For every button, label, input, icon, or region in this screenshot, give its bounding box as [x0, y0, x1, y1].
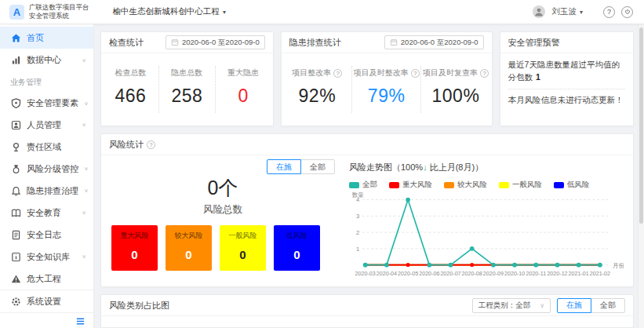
- risk-box-较大风险[interactable]: 较大风险0: [166, 225, 212, 271]
- sidebar-item-safety-education[interactable]: 安全教育∨: [0, 202, 93, 224]
- category-toggle-all[interactable]: 全部: [591, 298, 625, 313]
- stat-value: 258: [159, 86, 215, 107]
- sidebar-item-label: 首页: [27, 32, 44, 44]
- sidebar-item-label: 安全管理要素: [27, 97, 78, 109]
- app-title: 广联达数字项目平台 安全管理系统: [29, 3, 89, 20]
- project-selector-label: 榆中生态创新城科创中心工程: [113, 6, 220, 17]
- stat-项目及时整改率: 项目及时整改率?79%: [351, 66, 420, 113]
- risk-help-icon[interactable]: ?: [147, 140, 155, 149]
- legend-swatch: [389, 182, 399, 188]
- data-center-icon: [11, 55, 21, 65]
- risk-trend-chart: 数量12342020-032020-042020-052020-062020-0…: [349, 190, 624, 279]
- svg-text:2020-03: 2020-03: [355, 270, 376, 277]
- risk-toggle-in-progress[interactable]: 在施: [267, 159, 301, 174]
- app-title-line1: 广联达数字项目平台: [29, 3, 89, 12]
- inspection-date-range: 2020-06-0 至2020-09-0: [182, 38, 260, 48]
- menu-fold-icon[interactable]: [75, 316, 86, 326]
- hazard-date-range: 2020-06-0 至2020-09-0: [401, 38, 478, 48]
- page-scrollbar[interactable]: [638, 24, 644, 328]
- sidebar-item-responsibility-area[interactable]: 责任区域: [0, 136, 93, 158]
- risk-box-value: 0: [131, 248, 137, 261]
- sidebar-item-label: 人员管理: [27, 119, 61, 131]
- sidebar-item-hazard-treatment[interactable]: 隐患排查治理∨: [0, 180, 93, 202]
- stat-value: 0: [216, 86, 271, 107]
- legend-item-全部[interactable]: 全部: [349, 180, 377, 190]
- shield-icon: [11, 98, 21, 108]
- risk-box-一般风险[interactable]: 一般风险0: [220, 225, 266, 271]
- card-risk-category: 风险类别占比图 工程类别：全部 ∨ 在施 全部: [100, 294, 634, 328]
- sidebar-item-knowledge-base[interactable]: 安全知识库∨: [0, 246, 93, 268]
- risk-box-低风险[interactable]: 低风险0: [274, 225, 320, 271]
- location-icon: [11, 142, 21, 152]
- legend-label: 重大风险: [402, 180, 432, 190]
- hazard-date-range-picker[interactable]: 2020-06-0 至2020-09-0: [384, 35, 484, 49]
- risk-box-label: 一般风险: [229, 231, 257, 241]
- stat-value: 466: [103, 86, 158, 107]
- inspection-date-range-picker[interactable]: 2020-06-0 至2020-09-0: [166, 35, 265, 49]
- stat-label: 重大隐患: [227, 67, 259, 78]
- stat-项目及时复查率: 项目及时复查率?100%: [420, 66, 489, 113]
- scrollbar-thumb[interactable]: [639, 27, 643, 224]
- sidebar-section-business-section: 业务管理: [0, 71, 93, 92]
- sidebar-item-label: 数据中心: [27, 54, 61, 66]
- stat-help-icon[interactable]: ?: [411, 69, 420, 78]
- svg-text:2020-07: 2020-07: [440, 270, 460, 277]
- legend-item-一般风险[interactable]: 一般风险: [499, 180, 542, 190]
- risk-box-重大风险[interactable]: 重大风险0: [111, 225, 158, 271]
- user-menu[interactable]: 刘玉波 ▾: [551, 6, 583, 17]
- chevron-down-icon: ∨: [84, 100, 89, 105]
- svg-text:2020-04: 2020-04: [377, 270, 397, 277]
- card-inspection-stats: 检查统计 2020-06-0 至2020-09-0 检查总数466隐患总数258…: [100, 31, 274, 126]
- exit-icon[interactable]: [621, 6, 633, 18]
- sidebar-item-safety-log[interactable]: 安全日志: [0, 224, 93, 246]
- svg-text:2020-06: 2020-06: [419, 270, 439, 277]
- risk-control-icon: [11, 164, 21, 174]
- legend-item-重大风险[interactable]: 重大风险: [389, 180, 432, 190]
- stat-检查总数: 检查总数466: [103, 66, 158, 113]
- stat-help-icon[interactable]: ?: [333, 69, 342, 78]
- sidebar-item-data-center[interactable]: 数据中心∨: [0, 49, 93, 71]
- card-hazard-title: 隐患排查统计: [289, 37, 341, 49]
- project-category-select-value: 工程类别：全部: [478, 301, 531, 311]
- sidebar-item-label: 安全知识库: [27, 251, 70, 263]
- sidebar-item-risk-control[interactable]: 风险分级管控∨: [0, 158, 93, 180]
- project-category-select[interactable]: 工程类别：全部 ∨: [472, 298, 551, 313]
- stat-help-icon[interactable]: ?: [480, 69, 489, 78]
- app-logo: A: [9, 5, 24, 20]
- help-icon[interactable]: ?: [603, 6, 615, 18]
- stat-label: 隐患总数: [171, 67, 202, 78]
- category-toggle-in-progress[interactable]: 在施: [557, 298, 591, 313]
- risk-toggle-all[interactable]: 全部: [300, 159, 335, 174]
- svg-text:2020-10: 2020-10: [504, 270, 525, 277]
- legend-item-较大风险[interactable]: 较大风险: [444, 180, 487, 190]
- app-title-line2: 安全管理系统: [29, 12, 89, 20]
- category-chart-area: [101, 316, 633, 327]
- risk-trend-chart-title: 风险走势图（100%↓ 比上月(8月)）: [349, 162, 624, 173]
- svg-text:2020-11: 2020-11: [526, 270, 546, 277]
- risk-total-value: 0个: [109, 175, 337, 201]
- sidebar-item-system-settings[interactable]: 系统设置: [0, 290, 93, 312]
- risk-level-boxes: 重大风险0较大风险0一般风险0低风险0: [109, 225, 337, 271]
- risk-box-value: 0: [185, 248, 191, 261]
- sidebar-footer: [0, 312, 93, 328]
- stat-value: 79%: [352, 86, 420, 107]
- risk-box-label: 较大风险: [175, 231, 203, 241]
- sidebar-item-dangerous-projects[interactable]: 危大工程: [0, 268, 93, 290]
- risk-status-toggle: 在施 全部: [267, 159, 335, 174]
- sidebar-item-safety-elements[interactable]: 安全管理要素∨: [0, 92, 93, 114]
- sidebar-item-personnel[interactable]: 人员管理∨: [0, 114, 93, 136]
- sidebar-item-home[interactable]: 首页: [0, 27, 93, 49]
- svg-text:2020-12: 2020-12: [547, 270, 567, 277]
- calendar-icon: [390, 38, 398, 46]
- svg-text:3: 3: [356, 213, 359, 220]
- project-selector[interactable]: 榆中生态创新城科创中心工程 ▾: [113, 6, 227, 17]
- sidebar-item-label: 安全教育: [27, 207, 61, 219]
- category-status-toggle: 在施 全部: [557, 298, 625, 313]
- chevron-down-icon: ▾: [580, 9, 583, 16]
- svg-text:2020-08: 2020-08: [462, 270, 482, 277]
- svg-text:1: 1: [356, 246, 359, 253]
- user-name: 刘玉波: [551, 6, 577, 17]
- svg-text:月份: 月份: [613, 261, 624, 268]
- calendar-icon: [171, 38, 179, 46]
- legend-item-低风险[interactable]: 低风险: [554, 180, 590, 190]
